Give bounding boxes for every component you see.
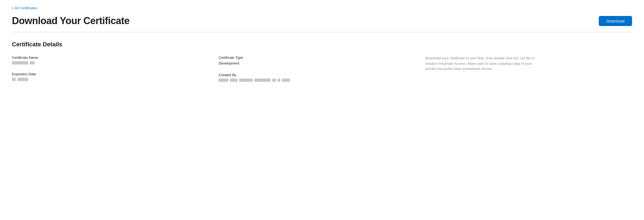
page-title: Download Your Certificate bbox=[12, 15, 129, 27]
redacted-block-5 bbox=[219, 79, 228, 82]
download-button[interactable]: Download bbox=[599, 16, 632, 26]
redacted-block-2 bbox=[30, 61, 35, 64]
redacted-block-11 bbox=[282, 79, 290, 82]
redacted-block-9 bbox=[272, 79, 276, 82]
expiration-date-label: Expiration Date bbox=[12, 72, 208, 76]
details-column-1: Certificate Name Expiration Date bbox=[12, 56, 219, 89]
certificate-type-value: Development bbox=[219, 61, 414, 65]
back-link-label: All Certificates bbox=[15, 6, 37, 10]
header-row: Download Your Certificate Download bbox=[12, 15, 632, 27]
expiration-date-value bbox=[12, 78, 208, 81]
redacted-block-1 bbox=[12, 61, 28, 64]
details-grid: Certificate Name Expiration Date Certifi… bbox=[12, 56, 632, 89]
created-by-group: Created By bbox=[219, 73, 414, 82]
details-column-3: Download your certificate to your Mac, t… bbox=[425, 56, 632, 89]
info-text: Download your certificate to your Mac, t… bbox=[425, 56, 539, 72]
created-by-value bbox=[219, 79, 414, 82]
redacted-block-8 bbox=[254, 79, 271, 82]
details-column-2: Certificate Type Development Created By bbox=[219, 56, 425, 89]
section-title: Certificate Details bbox=[12, 41, 632, 48]
header-divider bbox=[12, 32, 632, 32]
certificate-type-group: Certificate Type Development bbox=[219, 56, 414, 65]
certificate-name-value bbox=[12, 61, 208, 64]
created-by-label: Created By bbox=[219, 73, 414, 77]
redacted-block-10 bbox=[278, 79, 280, 82]
redacted-block-7 bbox=[239, 79, 253, 82]
page-container: All Certificates Download Your Certifica… bbox=[0, 0, 644, 220]
certificate-name-label: Certificate Name bbox=[12, 56, 208, 60]
redacted-block-4 bbox=[17, 78, 28, 81]
redacted-block-3 bbox=[12, 78, 16, 81]
certificate-type-label: Certificate Type bbox=[219, 56, 414, 60]
redacted-block-6 bbox=[230, 79, 238, 82]
expiration-date-group: Expiration Date bbox=[12, 72, 208, 81]
certificate-name-group: Certificate Name bbox=[12, 56, 208, 64]
back-link[interactable]: All Certificates bbox=[12, 5, 37, 10]
